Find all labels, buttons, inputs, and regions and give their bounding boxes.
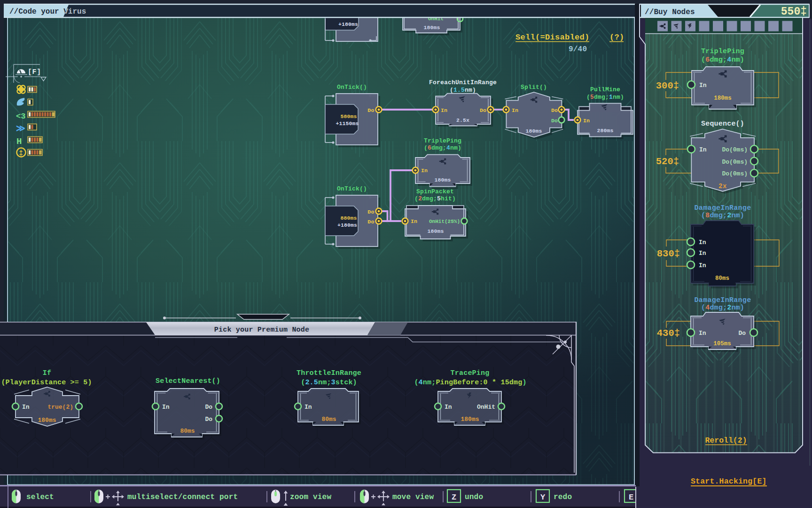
svg-text:OnHit(25%): OnHit(25%) — [429, 219, 460, 224]
svg-text:180ms: 180ms — [427, 228, 444, 234]
svg-text:Do: Do — [551, 107, 558, 113]
svg-text:In: In — [699, 262, 706, 269]
svg-text:true(2): true(2) — [47, 404, 73, 411]
svg-text:(?): (?) — [609, 33, 625, 42]
svg-text:2.5x: 2.5x — [456, 117, 469, 123]
svg-text:Z: Z — [452, 493, 456, 502]
svg-text:select: select — [26, 493, 54, 501]
svg-text:‡: ‡ — [19, 150, 23, 158]
svg-text:(PlayerDistance >= 5): (PlayerDistance >= 5) — [1, 379, 92, 387]
svg-text:80ms: 80ms — [321, 416, 336, 423]
svg-text:180ms: 180ms — [38, 417, 56, 424]
svg-text:580ms: 580ms — [340, 113, 357, 119]
svg-text:redo: redo — [554, 493, 572, 501]
svg-text:80ms: 80ms — [180, 428, 195, 435]
svg-text:Sell(=Disabled): Sell(=Disabled) — [515, 33, 590, 42]
svg-text:OnTick(): OnTick() — [337, 84, 367, 91]
svg-text:Start.Hacking[E]: Start.Hacking[E] — [691, 477, 767, 486]
svg-text:In: In — [699, 250, 706, 257]
svg-text:180ms: 180ms — [434, 177, 451, 183]
svg-text:880ms: 880ms — [340, 215, 357, 221]
svg-text:In: In — [421, 167, 428, 174]
svg-text:80ms: 80ms — [715, 275, 729, 282]
svg-text:830‡: 830‡ — [657, 248, 680, 259]
svg-text:180ms: 180ms — [461, 416, 479, 423]
svg-text:In: In — [512, 107, 518, 113]
svg-text:Pick your Premium Node: Pick your Premium Node — [214, 326, 309, 334]
svg-text:DamageInRange: DamageInRange — [695, 204, 751, 212]
svg-text:300‡: 300‡ — [656, 80, 679, 91]
svg-text:Do: Do — [367, 107, 375, 113]
svg-text:180ms: 180ms — [714, 95, 732, 102]
svg-text:Do: Do — [480, 107, 486, 113]
svg-text:Do(0ms): Do(0ms) — [722, 159, 748, 166]
svg-text:550‡: 550‡ — [781, 6, 807, 18]
svg-text:Y: Y — [540, 493, 546, 502]
svg-text:Reroll(2): Reroll(2) — [705, 436, 747, 445]
svg-text:+180ms: +180ms — [338, 21, 358, 27]
svg-text:OnTick(): OnTick() — [337, 185, 367, 192]
svg-text:In: In — [411, 218, 417, 224]
svg-text:move view: move view — [392, 493, 434, 501]
svg-text:+180ms: +180ms — [337, 222, 357, 228]
svg-text:In: In — [162, 404, 170, 411]
svg-text:In: In — [304, 404, 312, 411]
svg-text:TriplePing: TriplePing — [424, 137, 461, 144]
svg-text:TriplePing: TriplePing — [701, 48, 744, 56]
svg-text:Do: Do — [367, 209, 375, 215]
svg-text:(2.5nm;3stck): (2.5nm;3stck) — [301, 379, 357, 387]
svg-text:Do: Do — [738, 330, 746, 337]
svg-text:9/40: 9/40 — [569, 45, 587, 54]
svg-text:ThrottleInRange: ThrottleInRange — [297, 369, 361, 377]
svg-text:<3: <3 — [16, 112, 25, 121]
svg-text:TracePing: TracePing — [451, 369, 490, 377]
svg-text:In: In — [699, 146, 707, 153]
svg-text:ForeachUnitInRange: ForeachUnitInRange — [429, 79, 497, 86]
svg-text:+1150ms: +1150ms — [336, 120, 359, 127]
svg-text:Split(): Split() — [521, 84, 547, 91]
svg-text:105ms: 105ms — [713, 341, 731, 347]
svg-text:430‡: 430‡ — [657, 328, 680, 339]
svg-text:Do: Do — [205, 404, 212, 411]
svg-text:Do: Do — [205, 416, 212, 423]
svg-text:(2dmg;5hit): (2dmg;5hit) — [414, 195, 456, 202]
svg-text://Buy Nodes: //Buy Nodes — [645, 8, 695, 16]
svg-text:PullMine: PullMine — [590, 86, 620, 93]
svg-text:[F]: [F] — [28, 68, 41, 76]
svg-text:SelectNearest(): SelectNearest() — [156, 377, 220, 385]
svg-text:(4nm;PingBefore:0 * 15dmg): (4nm;PingBefore:0 * 15dmg) — [414, 379, 526, 387]
svg-text:(6dmg;4nm): (6dmg;4nm) — [701, 56, 744, 64]
svg-text:Do(0ms): Do(0ms) — [722, 170, 748, 177]
svg-text:E: E — [629, 493, 633, 502]
svg-text:In: In — [441, 107, 447, 113]
svg-text:(8dmg;2nm): (8dmg;2nm) — [701, 212, 744, 220]
svg-text:(1.5nm): (1.5nm) — [450, 87, 476, 94]
svg-text:In: In — [699, 239, 706, 246]
svg-text:(6dmg;4nm): (6dmg;4nm) — [424, 144, 461, 151]
svg-text:OnHit: OnHit — [477, 404, 495, 411]
svg-text:In: In — [22, 404, 30, 411]
svg-text:undo: undo — [465, 493, 483, 501]
svg-text:H: H — [16, 136, 22, 147]
svg-text:In: In — [583, 118, 590, 124]
svg-text:Do: Do — [551, 118, 558, 124]
svg-text:SpinPacket: SpinPacket — [416, 188, 454, 195]
svg-text:Do(0ms): Do(0ms) — [722, 146, 748, 153]
svg-text:(5dmg;1nm): (5dmg;1nm) — [586, 94, 624, 101]
svg-text:In: In — [445, 404, 452, 411]
svg-text:DamageInRange: DamageInRange — [695, 296, 751, 304]
svg-text:Sequence(): Sequence() — [701, 120, 744, 128]
svg-text:2x: 2x — [718, 183, 727, 190]
svg-text:If: If — [43, 369, 51, 377]
svg-text:Do: Do — [367, 219, 375, 225]
svg-text:≫: ≫ — [16, 124, 25, 134]
svg-text:multiselect/connect port: multiselect/connect port — [127, 493, 238, 501]
svg-text:In: In — [699, 82, 707, 89]
svg-text:zoom view: zoom view — [290, 493, 331, 501]
svg-text:520‡: 520‡ — [656, 156, 679, 167]
svg-text:180ms: 180ms — [525, 128, 542, 134]
svg-text:280ms: 280ms — [597, 127, 613, 134]
svg-text:In: In — [699, 330, 706, 337]
svg-text:(4dmg;2nm): (4dmg;2nm) — [701, 304, 744, 312]
svg-text:180ms: 180ms — [423, 24, 440, 31]
